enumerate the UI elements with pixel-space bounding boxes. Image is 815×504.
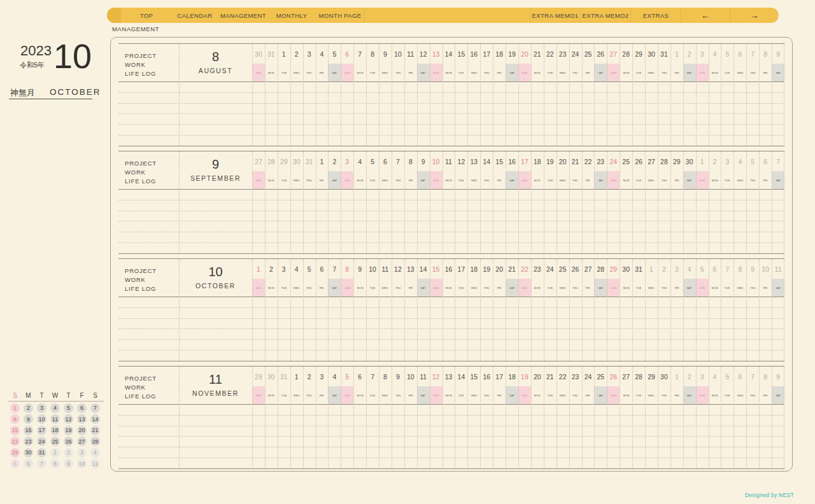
month-header-september[interactable]: 9SEPTEMBER	[179, 151, 252, 189]
date-cell: 26THU	[569, 259, 582, 297]
weekday-label: THU	[480, 279, 493, 297]
date-number: 3	[670, 259, 683, 279]
date-cell: 10TUE	[366, 259, 379, 297]
date-cell: 12TUE	[455, 151, 467, 189]
month-header-october[interactable]: 10OCTOBER	[179, 259, 252, 297]
weekday-label: SUN	[607, 279, 620, 297]
date-cell: 3SUN	[341, 151, 353, 189]
weekday-label: WED	[290, 386, 303, 404]
mini-calendar-day: 30	[24, 448, 33, 458]
date-number: 15	[493, 151, 506, 171]
date-number: 9	[353, 259, 366, 279]
weekday-label: SUN	[607, 386, 620, 404]
month-number: 11	[179, 372, 252, 387]
date-cell: 9SAT	[772, 44, 784, 81]
month-underline-divider	[9, 99, 92, 99]
weekday-label: THU	[658, 64, 670, 81]
month-header-august[interactable]: 8AUGUST	[179, 44, 252, 81]
date-cell: 6FRI	[316, 259, 329, 297]
row-labels: PROJECTWORKLIFE LOG	[118, 367, 179, 404]
date-number: 31	[658, 44, 670, 64]
date-number: 9	[379, 44, 392, 64]
row-label-project: PROJECT	[125, 52, 179, 60]
credit-text: Designed by NEST	[745, 492, 794, 498]
date-number: 25	[620, 151, 632, 171]
writing-row-line	[118, 458, 784, 468]
nav-item-management[interactable]: MANAGEMENT	[219, 8, 267, 23]
weekday-label: SAT	[594, 279, 607, 297]
weekday-label: MON	[443, 64, 455, 81]
month-number: 10	[179, 265, 252, 279]
date-number: 30	[620, 259, 632, 279]
date-number: 20	[556, 151, 569, 171]
date-number: 25	[556, 259, 569, 279]
date-cell: 1WED	[290, 367, 303, 404]
nav-item-extra-memo2[interactable]: EXTRA MEMO2	[580, 8, 630, 23]
next-page-arrow[interactable]: →	[730, 8, 779, 23]
weekday-label: THU	[392, 171, 404, 189]
weekday-label: WED	[556, 386, 569, 404]
date-number: 21	[544, 367, 556, 386]
weekday-label: SAT	[506, 279, 518, 297]
nav-item-extra-memo1[interactable]: EXTRA MEMO1	[530, 8, 580, 23]
date-cell: 9WED	[379, 44, 392, 81]
date-number: 1	[670, 367, 683, 386]
date-number: 6	[709, 259, 721, 279]
nav-item-top[interactable]: TOP	[122, 8, 171, 23]
date-cell: 12SUN	[430, 367, 443, 404]
weekday-label: MON	[531, 171, 544, 189]
date-cell: 24FRI	[582, 367, 595, 404]
month-header-november[interactable]: 11NOVEMBER	[179, 367, 252, 404]
weekday-label: WED	[645, 64, 658, 81]
nav-item-monthly[interactable]: MONTHLY	[267, 8, 316, 23]
prev-page-arrow[interactable]: ←	[681, 8, 730, 23]
date-number: 11	[443, 151, 455, 171]
date-cell: 25WED	[556, 259, 569, 297]
nav-item-month-page[interactable]: MONTH PAGE	[316, 8, 364, 23]
mini-calendar-day: 15	[10, 426, 20, 435]
weekday-label: MON	[531, 386, 544, 404]
weekday-label: MON	[353, 171, 366, 189]
date-number: 19	[506, 44, 518, 64]
date-number: 3	[721, 151, 734, 171]
mini-calendar-day: 1	[10, 403, 20, 413]
date-number: 18	[493, 44, 506, 64]
weekday-label: THU	[746, 64, 759, 81]
date-cell: 8SUN	[341, 259, 353, 297]
date-number: 28	[632, 367, 645, 386]
date-cell: 14TUE	[455, 367, 467, 404]
date-number: 22	[518, 259, 531, 279]
weekday-label: SAT	[594, 64, 607, 81]
date-cell: 20MON	[531, 367, 544, 404]
writing-row-line	[118, 200, 784, 211]
date-number: 31	[632, 259, 645, 279]
weekday-label: MON	[265, 279, 278, 297]
date-number: 8	[759, 44, 772, 64]
date-cell: 18WED	[467, 259, 480, 297]
date-number: 4	[316, 44, 329, 64]
date-cell: 27MON	[620, 367, 632, 404]
date-cell: 16THU	[480, 367, 493, 404]
mini-calendar-day: 7	[90, 403, 100, 413]
date-cell: 14THU	[480, 151, 493, 189]
mini-calendar-day: 2	[24, 403, 33, 413]
date-number: 16	[443, 259, 455, 279]
weekday-label: WED	[556, 171, 569, 189]
weekday-label: THU	[569, 386, 582, 404]
nav-item-extras[interactable]: EXTRAS	[630, 8, 681, 23]
date-cell: 8FRI	[404, 151, 417, 189]
date-cell: 4FRI	[316, 44, 329, 81]
weekday-label: THU	[303, 171, 316, 189]
mini-calendar-day: 8	[10, 414, 20, 424]
writing-row-line	[118, 232, 784, 243]
date-number: 20	[531, 367, 544, 386]
date-number: 24	[569, 44, 582, 64]
nav-item-calendar[interactable]: CALENDAR	[171, 8, 219, 23]
mini-calendar-week: 22232425262728	[8, 437, 104, 446]
date-cell: 9SAT	[417, 151, 430, 189]
weekday-label: WED	[645, 171, 658, 189]
date-cell: 3TUE	[721, 151, 734, 189]
weekday-label: WED	[467, 171, 480, 189]
date-number: 29	[607, 259, 620, 279]
date-cell: 30SUN	[252, 44, 265, 81]
